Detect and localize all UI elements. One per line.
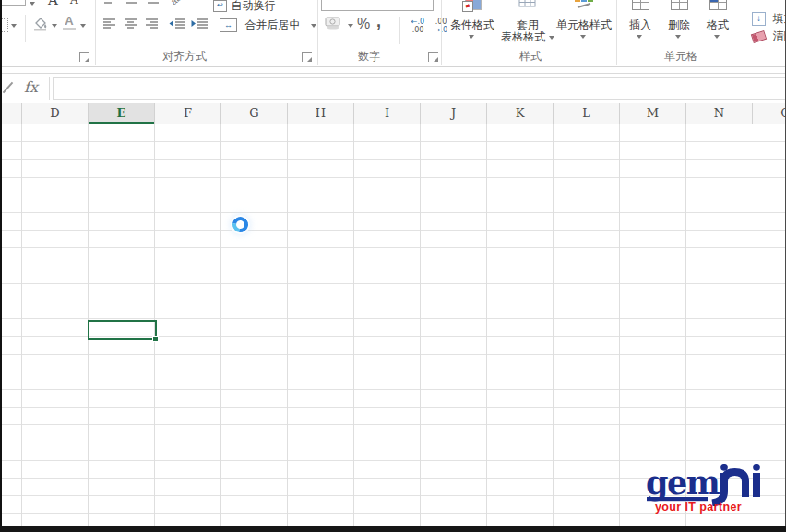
- logo-gem-text: gem: [646, 464, 720, 502]
- format-as-table-icon: [518, 0, 537, 9]
- fill-color-button[interactable]: [31, 16, 49, 35]
- conditional-formatting-caret-icon: [469, 35, 474, 39]
- conditional-formatting-icon: ≠: [465, 0, 482, 10]
- clear-label: 清除: [772, 29, 786, 44]
- delete-cells-icon: [671, 0, 688, 10]
- font-color-button[interactable]: A: [63, 16, 76, 30]
- logo-tagline: your IT partner: [647, 501, 750, 514]
- merge-center-button[interactable]: ↔ 合并后居中: [220, 17, 316, 33]
- insert-function-button[interactable]: fx: [24, 78, 38, 96]
- indent-right-arrow-icon: [192, 20, 196, 27]
- column-header-k[interactable]: K: [487, 103, 554, 124]
- column-header-partial[interactable]: [0, 103, 22, 124]
- increase-decimal-top: ←.0: [407, 18, 429, 26]
- column-header-d[interactable]: D: [22, 103, 89, 124]
- merge-center-caret-icon: [311, 24, 316, 28]
- wrap-text-label: 自动换行: [231, 0, 275, 12]
- group-label-styles: 样式: [503, 49, 558, 65]
- align-right-button[interactable]: [145, 18, 160, 30]
- group-label-number: 数字: [341, 49, 397, 65]
- grow-font-button[interactable]: A: [48, 0, 58, 8]
- window-edge-left: [0, 0, 2, 532]
- format-accent-icon: [710, 0, 718, 2]
- align-top-button[interactable]: [103, 0, 116, 8]
- font-size-caret-icon[interactable]: [30, 2, 35, 6]
- font-dialog-launcher[interactable]: [79, 52, 89, 62]
- increase-indent-button[interactable]: [191, 18, 208, 30]
- delete-caret-icon: [675, 35, 681, 39]
- cancel-icon[interactable]: [3, 82, 14, 93]
- fill-bucket-icon: [31, 16, 49, 31]
- wrap-text-icon: ↩: [213, 0, 227, 12]
- format-cells-icon: [709, 0, 727, 10]
- format-as-table-button[interactable]: 套用 表格格式: [501, 0, 554, 43]
- comma-style-button[interactable]: ,: [376, 12, 381, 31]
- merge-center-label: 合并后居中: [244, 18, 300, 31]
- group-label-alignment: 对齐方式: [148, 49, 221, 65]
- column-header-h[interactable]: H: [288, 103, 354, 124]
- insert-cells-button[interactable]: 插入: [624, 0, 657, 43]
- column-header-m[interactable]: M: [620, 103, 686, 124]
- align-left-button[interactable]: [102, 18, 117, 30]
- align-center-button[interactable]: [124, 18, 138, 30]
- increase-decimal-button[interactable]: ←.0 .00: [407, 18, 429, 34]
- fill-button[interactable]: ↓ 填充: [752, 10, 786, 27]
- merge-center-icon: ↔: [220, 18, 237, 32]
- shrink-font-button[interactable]: A: [70, 0, 78, 6]
- format-as-table-label-2: 表格格式: [501, 30, 554, 45]
- conditional-formatting-button[interactable]: ≠ 条件格式: [446, 0, 499, 43]
- delete-label: 删除: [661, 18, 697, 33]
- font-color-a-icon: A: [63, 16, 76, 27]
- font-color-bar-icon: [63, 28, 76, 30]
- formula-bar-divider: [49, 77, 50, 100]
- fill-handle[interactable]: [152, 336, 159, 342]
- column-header-o[interactable]: O: [753, 103, 786, 124]
- align-middle-button[interactable]: [125, 0, 138, 8]
- insert-cells-icon: [632, 0, 649, 10]
- column-header-f[interactable]: F: [155, 103, 221, 124]
- window-edge-bottom: [0, 526, 786, 532]
- percent-style-button[interactable]: %: [357, 16, 370, 32]
- column-headers: D E F G H I J K L M N O: [0, 103, 786, 125]
- align-bottom-button[interactable]: [147, 0, 160, 8]
- accounting-format-button[interactable]: [325, 16, 345, 34]
- insert-caret-icon: [637, 35, 642, 39]
- ribbon: A A ab ↩ 自动换行 A: [0, 0, 786, 67]
- font-name-box[interactable]: [0, 0, 26, 6]
- decrease-indent-button[interactable]: [169, 18, 186, 30]
- format-caret-icon: [714, 35, 720, 39]
- column-header-g[interactable]: G: [221, 103, 288, 124]
- number-format-combobox[interactable]: [321, 0, 434, 11]
- fill-label: 填充: [772, 11, 786, 27]
- format-label: 格式: [701, 18, 734, 33]
- insert-label: 插入: [624, 18, 657, 33]
- format-cells-button[interactable]: 格式: [701, 0, 734, 43]
- borders-caret-icon[interactable]: [11, 24, 17, 28]
- wrap-text-button[interactable]: ↩ 自动换行: [213, 0, 275, 14]
- cell-styles-button[interactable]: 单元格样式: [555, 0, 613, 43]
- accounting-caret-icon[interactable]: [348, 24, 353, 28]
- fill-color-caret-icon[interactable]: [52, 24, 57, 28]
- active-cell-selection[interactable]: [88, 320, 157, 340]
- fill-down-icon: ↓: [752, 12, 766, 26]
- column-header-i[interactable]: I: [354, 103, 421, 124]
- delete-cells-button[interactable]: 删除: [661, 0, 697, 43]
- orientation-button[interactable]: ab: [169, 0, 184, 6]
- column-header-e[interactable]: E: [89, 103, 155, 124]
- cell-styles-icon: [575, 0, 593, 9]
- accounting-coins-icon: [325, 16, 345, 30]
- cell-styles-label: 单元格样式: [555, 18, 613, 33]
- column-header-j[interactable]: J: [421, 103, 487, 124]
- formula-input[interactable]: [53, 77, 786, 100]
- clear-button[interactable]: 清除: [752, 28, 786, 44]
- number-dialog-launcher[interactable]: [428, 52, 438, 62]
- alignment-dialog-launcher[interactable]: [302, 52, 312, 62]
- group-label-cells: 单元格: [650, 49, 711, 65]
- column-header-l[interactable]: L: [554, 103, 620, 124]
- cell-styles-caret-icon: [580, 35, 586, 39]
- column-header-n[interactable]: N: [686, 103, 753, 124]
- not-equal-icon: ≠: [462, 1, 473, 12]
- font-color-caret-icon[interactable]: [80, 24, 86, 28]
- eraser-icon: [751, 30, 767, 43]
- formula-bar: fx: [0, 73, 786, 104]
